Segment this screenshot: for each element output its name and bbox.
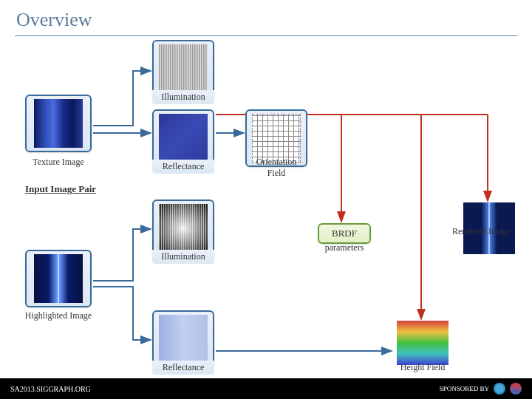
footer-sponsor-text: SPONSORED BY	[440, 385, 489, 392]
illumination-top-node	[152, 40, 214, 98]
orientation-field-thumb	[252, 114, 301, 163]
title-divider	[15, 35, 517, 36]
highlighted-image-label: Highlighted Image	[19, 310, 98, 321]
height-field-node	[395, 321, 450, 365]
sponsor-icon-1	[494, 383, 505, 395]
page-title: Overview	[0, 0, 532, 35]
illumination-bottom-label: Illumination	[152, 250, 214, 264]
orientation-field-label: Orientation Field	[245, 157, 307, 179]
illumination-top-label: Illumination	[152, 90, 214, 104]
reflectance-bottom-node	[152, 310, 214, 368]
reflectance-bottom-thumb	[159, 315, 208, 364]
sponsor-icon-2	[510, 383, 522, 395]
footer-bar: SA2013.SIGGRAPH.ORG SPONSORED BY	[0, 378, 532, 399]
texture-image-label: Texture Image	[25, 157, 92, 168]
brdf-node: BRDF	[318, 223, 371, 244]
reflectance-top-node	[152, 109, 214, 167]
texture-image-thumb	[34, 99, 83, 148]
footer-left: SA2013.SIGGRAPH.ORG	[10, 385, 91, 393]
reflectance-top-label: Reflectance	[152, 160, 214, 174]
input-image-pair-label: Input Image Pair	[25, 183, 96, 195]
texture-image-node	[25, 95, 92, 152]
illumination-top-thumb	[159, 44, 208, 93]
illumination-bottom-thumb	[159, 204, 208, 253]
rendered-image-label: Rendered Image	[452, 226, 532, 237]
reflectance-bottom-label: Reflectance	[152, 361, 214, 375]
flow-arrows	[0, 0, 532, 399]
brdf-sub-label: parameters	[310, 242, 378, 253]
height-field-label: Height Field	[386, 362, 460, 373]
brdf-label: BRDF	[332, 228, 357, 239]
highlighted-image-node	[25, 250, 92, 307]
height-field-thumb	[397, 321, 449, 365]
footer-right: SPONSORED BY	[440, 383, 522, 395]
highlighted-image-thumb	[34, 254, 83, 303]
illumination-bottom-node	[152, 200, 214, 257]
reflectance-top-thumb	[159, 114, 208, 163]
